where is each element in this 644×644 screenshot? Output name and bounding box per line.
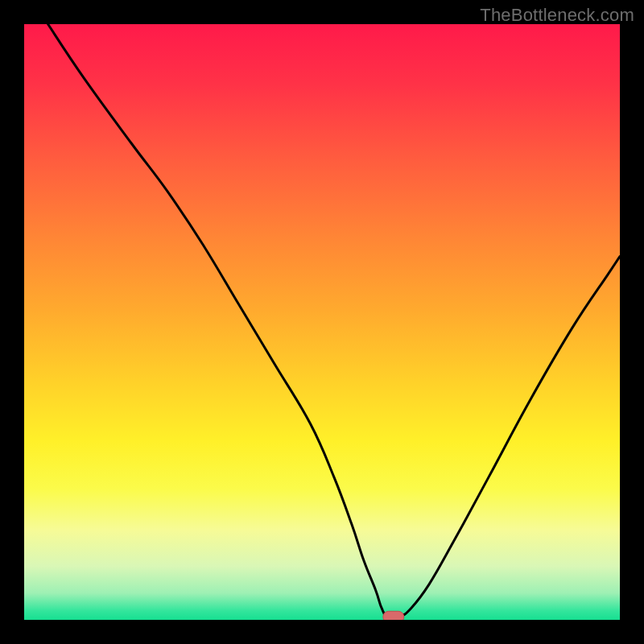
gradient-background <box>24 24 620 620</box>
watermark-text: TheBottleneck.com <box>480 5 634 26</box>
chart-frame: TheBottleneck.com <box>0 0 644 644</box>
chart-svg <box>24 24 620 620</box>
plot-area <box>24 24 620 620</box>
optimal-marker <box>383 611 404 620</box>
